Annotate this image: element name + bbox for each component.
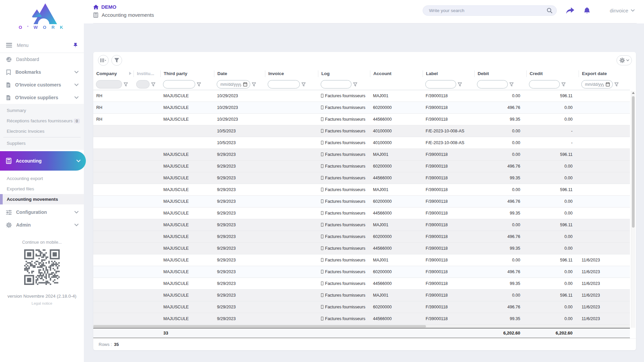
column-chooser-button[interactable]	[98, 55, 109, 66]
table-row[interactable]: RH MAJUSCULE 10/29/2023 Factures fournis…	[93, 102, 630, 114]
table-row[interactable]: RH MAJUSCULE 10/29/2023 Factures fournis…	[93, 114, 630, 125]
table-row[interactable]: MAJUSCULE 9/29/2023 Factures fournisseur…	[93, 243, 630, 254]
cell-third-party: MAJUSCULE	[160, 313, 214, 324]
search-input[interactable]	[429, 8, 547, 13]
sidebar-item-admin[interactable]: Admin	[0, 219, 84, 231]
table-row[interactable]: MAJUSCULE 9/29/2023 Factures fournisseur…	[93, 266, 630, 278]
search-icon[interactable]	[547, 8, 552, 13]
table-row[interactable]: MAJUSCULE 9/29/2023 Factures fournisseur…	[93, 196, 630, 207]
menu-toggle[interactable]: Menu	[0, 38, 84, 53]
invoice-filter-input[interactable]	[268, 80, 300, 88]
table-row[interactable]: 10/5/2023 Factures fournisseurs 40100000…	[93, 137, 630, 149]
funnel-icon[interactable]	[124, 82, 128, 86]
cell-export-date: 11/6/2023	[579, 290, 630, 301]
date-filter-input[interactable]: mm/dd/yyyy	[217, 80, 250, 88]
brand-logo[interactable]: O ' W O R K	[0, 0, 84, 32]
cell-invoice	[265, 125, 318, 137]
breadcrumb-home[interactable]: DEMO	[93, 4, 154, 10]
funnel-icon[interactable]	[151, 82, 155, 86]
filter-cell-company	[93, 80, 133, 88]
submenu-item-electronic-invoices[interactable]: Electronic Invoices	[0, 126, 84, 136]
table-row[interactable]: MAJUSCULE 9/29/2023 Factures fournisseur…	[93, 161, 630, 172]
cell-account: 60200000	[370, 266, 423, 278]
funnel-icon[interactable]	[509, 82, 514, 86]
pin-sidebar-icon[interactable]	[73, 43, 78, 48]
column-header-label[interactable]: Label	[423, 70, 474, 77]
submenu-item-accounting-movements[interactable]: Accounting movements	[0, 194, 84, 204]
cell-invoice	[265, 172, 318, 184]
credit-filter-input[interactable]	[529, 80, 560, 88]
grid-settings-button[interactable]	[616, 55, 632, 65]
filter-toggle-button[interactable]	[111, 55, 122, 66]
sidebar-item-oinvoice-suppliers[interactable]: O'Invoice suppliers	[0, 91, 84, 104]
submenu-item-receptions[interactable]: Réceptions factures fournisseurs 0	[0, 116, 84, 126]
sidebar-item-bookmarks[interactable]: Bookmarks	[0, 66, 84, 78]
funnel-icon[interactable]	[614, 82, 619, 86]
expand-column-icon[interactable]	[129, 72, 131, 75]
funnel-icon[interactable]	[252, 82, 256, 86]
column-header-invoice[interactable]: Invoice	[265, 70, 318, 77]
calendar-icon[interactable]	[243, 82, 247, 86]
export-date-filter-input[interactable]: mm/dd/yyyy	[581, 80, 613, 88]
vertical-scrollbar-thumb[interactable]	[632, 96, 635, 228]
funnel-icon[interactable]	[458, 82, 462, 86]
funnel-icon[interactable]	[353, 82, 357, 86]
table-row[interactable]: MAJUSCULE 9/29/2023 Factures fournisseur…	[93, 149, 630, 161]
label-filter-input[interactable]	[425, 80, 456, 88]
cell-institution	[133, 161, 160, 172]
table-row[interactable]: MAJUSCULE 9/29/2023 Factures fournisseur…	[93, 313, 630, 325]
cell-institution	[133, 149, 160, 160]
column-header-account[interactable]: Account	[370, 70, 423, 77]
calendar-icon[interactable]	[606, 82, 610, 86]
cell-export-date: 11/6/2023	[579, 266, 630, 278]
submenu-item-exported-files[interactable]: Exported files	[0, 184, 84, 194]
column-header-company[interactable]: Company	[93, 70, 133, 77]
table-row[interactable]: MAJUSCULE 9/29/2023 Factures fournisseur…	[93, 290, 630, 301]
funnel-icon[interactable]	[197, 82, 201, 86]
funnel-icon[interactable]	[561, 82, 566, 86]
cell-company: RH	[93, 114, 133, 125]
user-menu[interactable]: dinvoice	[610, 8, 636, 13]
table-row[interactable]: MAJUSCULE 9/29/2023 Factures fournisseur…	[93, 184, 630, 196]
table-row[interactable]: MAJUSCULE 9/29/2023 Factures fournisseur…	[93, 207, 630, 219]
cell-third-party: MAJUSCULE	[160, 266, 214, 278]
cell-third-party: MAJUSCULE	[160, 290, 214, 301]
vertical-scrollbar[interactable]	[631, 91, 635, 328]
column-header-export-date[interactable]: Export date	[579, 70, 630, 77]
column-header-credit[interactable]: Credit	[526, 70, 579, 77]
cell-label: F/39000118	[423, 254, 474, 266]
cell-institution	[133, 114, 160, 125]
submenu-item-summary[interactable]: Summary	[0, 105, 84, 116]
funnel-icon[interactable]	[302, 82, 306, 86]
horizontal-scrollbar[interactable]	[93, 325, 630, 328]
table-row[interactable]: MAJUSCULE 9/29/2023 Factures fournisseur…	[93, 278, 630, 290]
table-row[interactable]: RH MAJUSCULE 10/29/2023 Factures fournis…	[93, 90, 630, 102]
debit-filter-input[interactable]	[477, 80, 508, 88]
table-row[interactable]: 10/5/2023 Factures fournisseurs 40100000…	[93, 125, 630, 137]
column-header-debit[interactable]: Debit	[474, 70, 526, 77]
share-icon[interactable]	[566, 7, 574, 14]
sidebar-item-accounting-active[interactable]: Accounting	[0, 151, 86, 171]
table-row[interactable]: MAJUSCULE 9/29/2023 Factures fournisseur…	[93, 231, 630, 243]
horizontal-scrollbar-thumb[interactable]	[93, 325, 426, 327]
submenu-label: Réceptions factures fournisseurs	[7, 118, 73, 123]
table-row[interactable]: MAJUSCULE 9/29/2023 Factures fournisseur…	[93, 219, 630, 231]
bell-icon[interactable]	[584, 7, 590, 14]
table-row[interactable]: MAJUSCULE 9/29/2023 Factures fournisseur…	[93, 254, 630, 266]
sidebar-item-oinvoice-customers[interactable]: O'Invoice customers	[0, 78, 84, 91]
sidebar-item-configuration[interactable]: Configuration	[0, 206, 84, 219]
table-row[interactable]: MAJUSCULE 9/29/2023 Factures fournisseur…	[93, 301, 630, 313]
submenu-item-suppliers[interactable]: Suppliers	[0, 138, 84, 148]
table-row[interactable]: MAJUSCULE 9/29/2023 Factures fournisseur…	[93, 172, 630, 184]
submenu-item-accounting-export[interactable]: Accounting export	[0, 173, 84, 184]
column-header-log[interactable]: Log	[318, 70, 370, 77]
column-header-institution[interactable]: Institu...	[133, 70, 160, 77]
column-header-date[interactable]: Date	[214, 70, 265, 77]
third-party-filter-input[interactable]	[163, 80, 195, 88]
legal-notice-link[interactable]: Legal notice	[0, 301, 84, 305]
scroll-up-arrow[interactable]	[632, 92, 635, 94]
cell-debit: 496.76	[474, 301, 526, 313]
column-header-third-party[interactable]: Third party	[160, 70, 214, 77]
sidebar-item-dashboard[interactable]: Dashboard	[0, 53, 84, 66]
log-filter-input[interactable]	[321, 80, 352, 88]
